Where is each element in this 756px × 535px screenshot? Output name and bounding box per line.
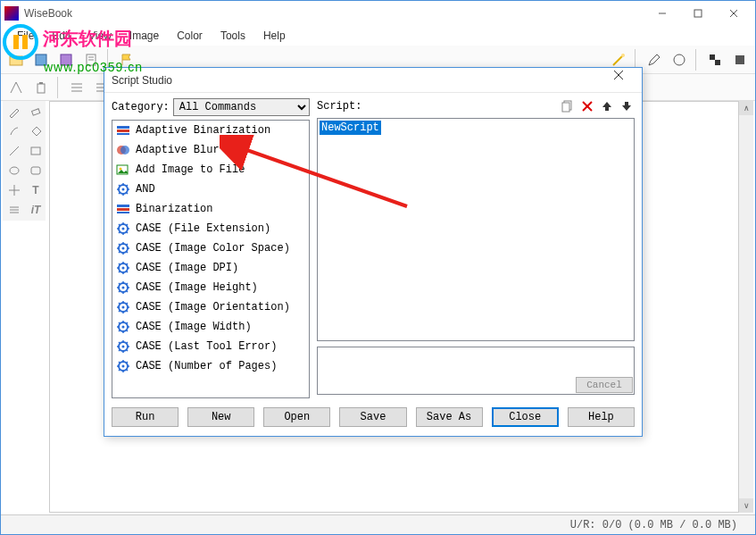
maximize-button[interactable] [680, 2, 716, 25]
svg-point-12 [674, 54, 685, 65]
dialog-right-pane: Script: NewScript [317, 98, 635, 398]
toolbar-btn-r5[interactable] [728, 48, 752, 71]
itext-tool[interactable]: iT [26, 201, 46, 219]
tool2-deskew[interactable] [4, 76, 28, 99]
saveas-button[interactable]: Save As [416, 407, 483, 427]
square-icon [733, 53, 747, 67]
rect-icon [29, 145, 42, 157]
maximize-icon [694, 9, 702, 18]
blur-icon [116, 143, 130, 157]
binarize-icon [116, 123, 130, 138]
vertical-scrollbar[interactable]: ∧ ∨ [739, 101, 753, 513]
menu-file[interactable]: File [8, 28, 43, 44]
rect-tool[interactable] [26, 142, 46, 160]
eraser-tool[interactable] [26, 103, 46, 121]
command-item[interactable]: CASE (Image DPI) [112, 258, 309, 278]
command-item[interactable]: Binarization [112, 199, 309, 219]
toolbar-btn-r3[interactable] [668, 48, 691, 71]
open-button[interactable]: Open [263, 407, 330, 427]
script-listbox[interactable]: NewScript [317, 118, 635, 341]
gear-icon [116, 339, 130, 354]
text-tool[interactable]: T [26, 181, 46, 199]
command-label: CASE (Image Width) [136, 321, 252, 333]
command-item[interactable]: CASE (Image Height) [112, 278, 309, 297]
toolbar-separator [57, 77, 61, 98]
wand-icon [611, 53, 626, 67]
brush-icon [8, 125, 21, 138]
menu-tools[interactable]: Tools [212, 28, 254, 44]
checker-icon [708, 53, 722, 67]
command-item[interactable]: CASE (File Extension) [112, 219, 309, 238]
menu-help[interactable]: Help [254, 28, 295, 44]
help-button[interactable]: Help [568, 407, 635, 427]
menu-color[interactable]: Color [168, 28, 212, 44]
script-delete-button[interactable] [579, 98, 595, 114]
toolbar-btn-1[interactable] [4, 48, 28, 71]
command-item[interactable]: CASE (Image Color Space) [112, 238, 309, 258]
rrect-tool[interactable] [26, 162, 46, 180]
svg-rect-22 [31, 167, 40, 174]
toolbar-btn-3[interactable] [54, 48, 78, 71]
toolbar-btn-4[interactable] [79, 48, 103, 71]
dialog-titlebar[interactable]: Script Studio [104, 68, 642, 93]
tool2-list1[interactable] [65, 76, 88, 99]
toolbar-btn-r2[interactable] [643, 48, 666, 71]
folder-icon [9, 53, 23, 67]
toolbar-btn-r4[interactable] [703, 48, 727, 71]
command-item[interactable]: Adaptive Blur [112, 140, 309, 160]
save-button[interactable]: Save [339, 407, 406, 427]
script-movedown-button[interactable] [619, 98, 635, 114]
command-item[interactable]: CASE (Number of Pages) [112, 356, 309, 376]
new-button[interactable]: New [187, 407, 254, 427]
command-listbox[interactable]: Adaptive BinarizationAdaptive BlurAdd Im… [112, 120, 310, 398]
window-controls [644, 2, 752, 25]
svg-rect-13 [710, 54, 715, 60]
close-icon [729, 9, 738, 18]
tool2-crop[interactable] [29, 76, 53, 99]
minimize-button[interactable] [644, 2, 680, 25]
pencil-tool[interactable] [4, 103, 24, 121]
command-label: CASE (Image Orientation) [136, 301, 290, 313]
bucket-icon [29, 125, 42, 138]
list-tool[interactable] [4, 201, 24, 219]
command-item[interactable]: AND [112, 180, 309, 199]
toolbar-btn-2[interactable] [29, 48, 53, 71]
crosshair-tool[interactable] [4, 181, 24, 199]
svg-rect-1 [694, 10, 702, 17]
dialog-close-button[interactable] [613, 70, 635, 91]
gear-icon [116, 300, 130, 314]
titlebar: WiseBook [1, 1, 755, 26]
scroll-up-button[interactable]: ∧ [739, 101, 753, 115]
brush-tool[interactable] [4, 122, 24, 140]
command-label: AND [136, 183, 155, 196]
command-item[interactable]: CASE (Last Tool Error) [112, 337, 309, 356]
close-button[interactable] [716, 2, 752, 25]
svg-rect-15 [735, 55, 744, 64]
gear-icon [116, 359, 130, 373]
ellipse-tool[interactable] [4, 162, 24, 180]
svg-point-11 [621, 54, 625, 57]
close-icon [613, 70, 624, 80]
svg-rect-8 [36, 54, 46, 65]
delete-icon [581, 100, 594, 113]
run-button[interactable]: Run [112, 407, 179, 427]
cancel-button[interactable]: Cancel [576, 377, 633, 393]
command-item[interactable]: Adaptive Binarization [112, 121, 309, 140]
line-tool[interactable] [4, 142, 24, 160]
menu-edit[interactable]: Edit [43, 28, 79, 44]
command-item[interactable]: Add Image to File [112, 160, 309, 180]
command-item[interactable]: CASE (Image Width) [112, 317, 309, 337]
category-select[interactable]: All Commands [173, 98, 310, 116]
scroll-down-button[interactable]: ∨ [739, 498, 753, 513]
script-moveup-button[interactable] [599, 98, 615, 114]
fill-tool[interactable] [26, 122, 46, 140]
command-item[interactable]: CASE (Image Orientation) [112, 297, 309, 317]
script-item[interactable]: NewScript [320, 121, 381, 135]
script-copy-button[interactable] [560, 98, 576, 114]
svg-point-50 [122, 326, 125, 329]
svg-point-44 [122, 267, 125, 270]
menu-image[interactable]: Image [120, 28, 168, 44]
close-dialog-button[interactable]: Close [492, 407, 559, 427]
menu-view[interactable]: View [79, 28, 120, 44]
deskew-icon [9, 80, 23, 95]
